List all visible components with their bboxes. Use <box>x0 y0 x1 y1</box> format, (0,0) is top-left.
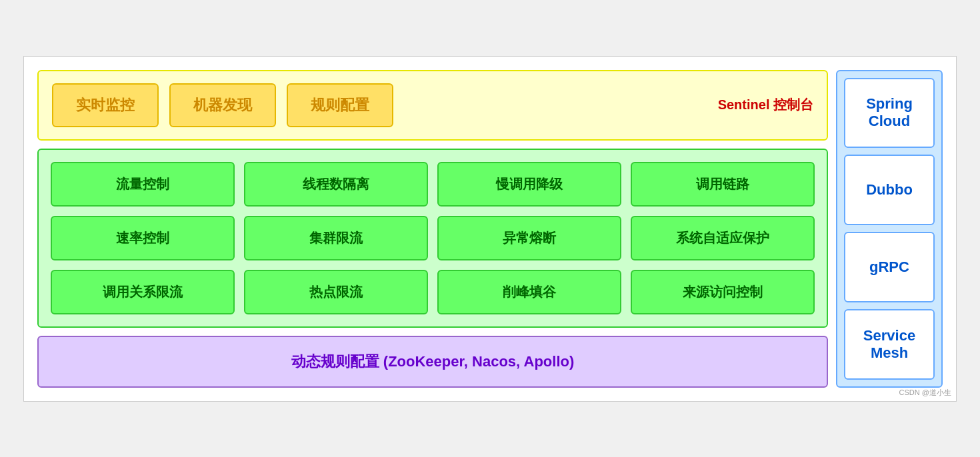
feature-box-9: 热点限流 <box>244 270 428 314</box>
feature-box-11: 来源访问控制 <box>631 270 815 314</box>
feature-box-4: 速率控制 <box>51 216 235 260</box>
diagram-wrapper: 实时监控 机器发现 规则配置 Sentinel 控制台 流量控制 线程数隔离 慢… <box>23 56 957 402</box>
features-section: 流量控制 线程数隔离 慢调用降级 调用链路 速率控制 集群限流 异常熔断 系统自… <box>37 149 828 328</box>
feature-box-6: 异常熔断 <box>437 216 621 260</box>
main-area: 实时监控 机器发现 规则配置 Sentinel 控制台 流量控制 线程数隔离 慢… <box>37 70 828 388</box>
sentinel-label: Sentinel 控制台 <box>718 96 813 114</box>
sidebar: Spring Cloud Dubbo gRPC Service Mesh <box>836 70 943 388</box>
sidebar-item-service-mesh: Service Mesh <box>844 309 935 380</box>
feature-box-2: 慢调用降级 <box>437 162 621 207</box>
dynamic-section: 动态规则配置 (ZooKeeper, Nacos, Apollo) <box>37 336 828 388</box>
sidebar-item-grpc: gRPC <box>844 232 935 302</box>
sentinel-boxes: 实时监控 机器发现 规则配置 <box>52 83 707 127</box>
diagram-container: 实时监控 机器发现 规则配置 Sentinel 控制台 流量控制 线程数隔离 慢… <box>23 56 957 402</box>
feature-box-5: 集群限流 <box>244 216 428 260</box>
sidebar-item-spring-cloud: Spring Cloud <box>844 78 935 149</box>
sidebar-item-dubbo: Dubbo <box>844 155 935 225</box>
feature-box-7: 系统自适应保护 <box>631 216 815 260</box>
sentinel-section: 实时监控 机器发现 规则配置 Sentinel 控制台 <box>37 70 828 141</box>
sentinel-box-0: 实时监控 <box>52 83 159 127</box>
feature-box-8: 调用关系限流 <box>51 270 235 314</box>
feature-box-10: 削峰填谷 <box>437 270 621 314</box>
feature-box-1: 线程数隔离 <box>244 162 428 207</box>
feature-box-3: 调用链路 <box>631 162 815 207</box>
sentinel-box-2: 规则配置 <box>287 83 393 127</box>
feature-box-0: 流量控制 <box>51 162 235 207</box>
sentinel-box-1: 机器发现 <box>169 83 276 127</box>
watermark: CSDN @道小生 <box>899 388 951 398</box>
